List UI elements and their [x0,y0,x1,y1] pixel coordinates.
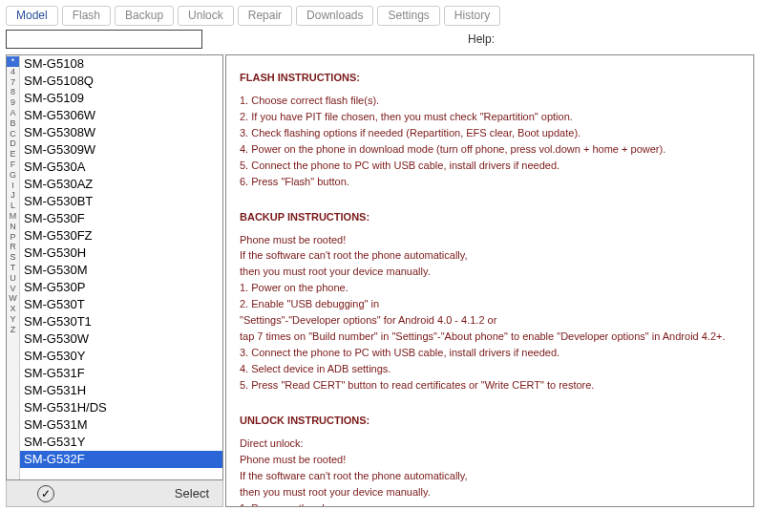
instruction-line: If the software can't root the phone aut… [240,469,740,484]
model-item[interactable]: SM-G530T1 [20,313,222,330]
search-wrap [6,30,202,49]
instruction-line: 3. Connect the phone to PC with USB cabl… [240,346,740,361]
alpha-U[interactable]: U [7,273,19,284]
select-button[interactable]: Select [175,486,209,500]
tab-history[interactable]: History [444,6,500,26]
model-item[interactable]: SM-G530A [20,159,222,176]
help-panel: FLASH INSTRUCTIONS:1. Choose correct fla… [225,54,754,507]
tab-unlock[interactable]: Unlock [178,6,234,26]
instruction-line: 3. Check flashing options if needed (Rep… [240,126,740,141]
alpha-T[interactable]: T [7,263,19,273]
alpha-F[interactable]: F [7,160,19,170]
alpha-9[interactable]: 9 [7,97,19,108]
alpha-G[interactable]: G [7,170,19,181]
alpha-X[interactable]: X [7,304,19,314]
select-bar: ✓ Select [6,480,223,507]
tab-repair[interactable]: Repair [238,6,292,26]
model-item[interactable]: SM-G531M [20,416,222,434]
main-area: *4789ABCDEFGIJLMNPRSTUVWXYZ SM-G5108SM-G… [0,54,760,513]
instruction-line: 2. Enable "USB debugging" in [240,297,740,312]
section-title: UNLOCK INSTRUCTIONS: [240,414,740,429]
model-item[interactable]: SM-G530BT [20,193,222,210]
model-item[interactable]: SM-G530W [20,330,222,348]
alpha-E[interactable]: E [7,149,19,160]
model-list[interactable]: SM-G5108SM-G5108QSM-G5109SM-G5306WSM-G53… [20,55,222,479]
model-item[interactable]: SM-G531Y [20,434,222,451]
alpha-7[interactable]: 7 [7,77,19,88]
instruction-line: 2. If you have PIT file chosen, then you… [240,110,740,125]
top-row: Help: [0,28,760,54]
section-title: FLASH INSTRUCTIONS: [240,71,740,86]
alpha-A[interactable]: A [7,108,19,118]
alpha-C[interactable]: C [7,129,19,139]
instruction-line: 1. Choose correct flash file(s). [240,94,740,109]
alpha-4[interactable]: 4 [7,67,19,77]
instruction-line: If the software can't root the phone aut… [240,248,740,264]
search-input[interactable] [6,30,202,49]
instruction-line: tap 7 times on "Build number" in "Settin… [240,330,740,345]
alpha-P[interactable]: P [7,232,19,243]
instruction-line: 5. Connect the phone to PC with USB cabl… [240,159,740,174]
alpha-V[interactable]: V [7,284,19,294]
instruction-line: then you must root your device manually. [240,265,740,280]
tab-flash[interactable]: Flash [62,6,111,26]
model-item[interactable]: SM-G5309W [20,141,222,159]
alpha-D[interactable]: D [7,138,19,149]
tab-model[interactable]: Model [6,6,58,26]
instruction-line: Direct unlock: [240,436,740,452]
alpha-B[interactable]: B [7,118,19,129]
alpha-N[interactable]: N [7,222,19,232]
model-item[interactable]: SM-G530H [20,245,222,262]
instruction-line: Phone must be rooted! [240,233,740,248]
instruction-line: "Settings"-"Developer options" for Andro… [240,313,740,329]
alpha-R[interactable]: R [7,242,19,252]
instruction-line: 5. Press "Read CERT" button to read cert… [240,378,740,394]
instruction-line: 4. Select device in ADB settings. [240,362,740,377]
model-item[interactable]: SM-G530P [20,279,222,296]
model-item[interactable]: SM-G531H/DS [20,399,222,416]
instruction-line: then you must root your device manually. [240,485,740,500]
instruction-line: 6. Press "Flash" button. [240,175,740,190]
model-item[interactable]: SM-G532F [20,451,222,468]
model-item[interactable]: SM-G5306W [20,107,222,124]
tab-settings[interactable]: Settings [377,6,439,26]
alpha-J[interactable]: J [7,190,19,201]
instruction-line: 4. Power on the phone in download mode (… [240,142,740,158]
model-item[interactable]: SM-G5308W [20,124,222,141]
alpha-Z[interactable]: Z [7,325,19,335]
tab-bar: ModelFlashBackupUnlockRepairDownloadsSet… [0,0,760,28]
model-item[interactable]: SM-G531H [20,382,222,399]
model-item[interactable]: SM-G530AZ [20,176,222,193]
alpha-8[interactable]: 8 [7,87,19,97]
model-item[interactable]: SM-G530M [20,262,222,279]
alpha-Y[interactable]: Y [7,314,19,325]
tab-backup[interactable]: Backup [115,6,174,26]
section-title: BACKUP INSTRUCTIONS: [240,210,740,225]
model-item[interactable]: SM-G531F [20,365,222,382]
model-item[interactable]: SM-G5108 [20,55,222,73]
check-icon[interactable]: ✓ [37,485,54,502]
model-item[interactable]: SM-G530F [20,210,222,227]
alpha-*[interactable]: * [7,56,19,67]
left-column: *4789ABCDEFGIJLMNPRSTUVWXYZ SM-G5108SM-G… [6,54,223,507]
tab-downloads[interactable]: Downloads [296,6,373,26]
help-label: Help: [208,32,754,46]
model-item[interactable]: SM-G530T [20,296,222,313]
model-item[interactable]: SM-G530FZ [20,227,222,245]
alpha-M[interactable]: M [7,211,19,222]
alpha-index[interactable]: *4789ABCDEFGIJLMNPRSTUVWXYZ [7,55,20,479]
alpha-I[interactable]: I [7,181,19,191]
alpha-L[interactable]: L [7,201,19,211]
model-item[interactable]: SM-G5108Q [20,73,222,90]
model-list-wrap: *4789ABCDEFGIJLMNPRSTUVWXYZ SM-G5108SM-G… [6,54,223,480]
instruction-line: 1. Power on the phone. [240,501,740,507]
alpha-S[interactable]: S [7,252,19,263]
instruction-line: Phone must be rooted! [240,453,740,468]
alpha-W[interactable]: W [7,293,19,304]
instruction-line: 1. Power on the phone. [240,281,740,296]
model-item[interactable]: SM-G530Y [20,348,222,365]
model-item[interactable]: SM-G5109 [20,90,222,107]
